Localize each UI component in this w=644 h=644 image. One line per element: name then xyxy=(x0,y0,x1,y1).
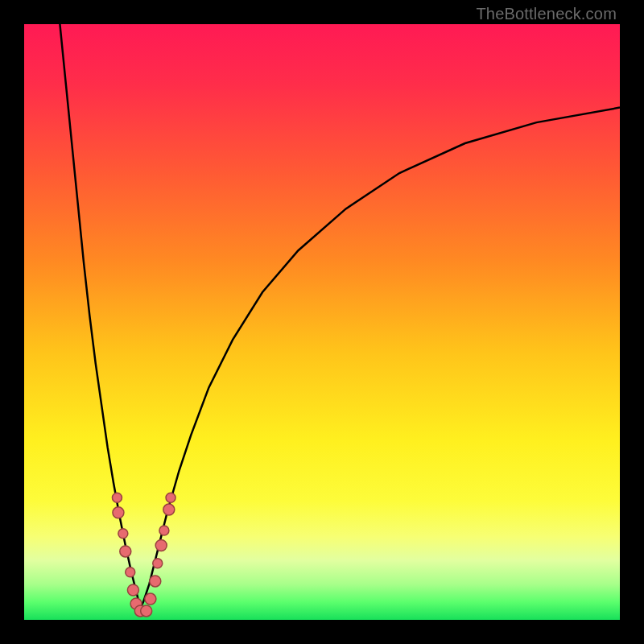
marker-point-8 xyxy=(141,605,152,617)
marker-point-11 xyxy=(153,559,163,568)
marker-point-9 xyxy=(145,593,156,605)
curve-layer xyxy=(24,24,620,620)
chart-frame: TheBottleneck.com xyxy=(0,0,644,644)
marker-point-1 xyxy=(113,507,124,518)
marker-point-13 xyxy=(159,526,169,535)
lines-group xyxy=(60,24,620,608)
watermark-text: TheBottleneck.com xyxy=(476,5,617,23)
plot-area xyxy=(24,24,620,620)
series-left-branch xyxy=(60,24,140,608)
marker-point-3 xyxy=(120,546,131,557)
marker-point-4 xyxy=(126,568,135,577)
marker-point-12 xyxy=(155,540,167,551)
marker-point-2 xyxy=(118,529,128,539)
marker-point-0 xyxy=(112,493,122,502)
marker-point-14 xyxy=(163,504,175,515)
series-right-branch xyxy=(140,108,620,609)
marker-point-15 xyxy=(166,493,175,502)
marker-point-5 xyxy=(127,584,138,596)
marker-point-10 xyxy=(150,576,161,587)
